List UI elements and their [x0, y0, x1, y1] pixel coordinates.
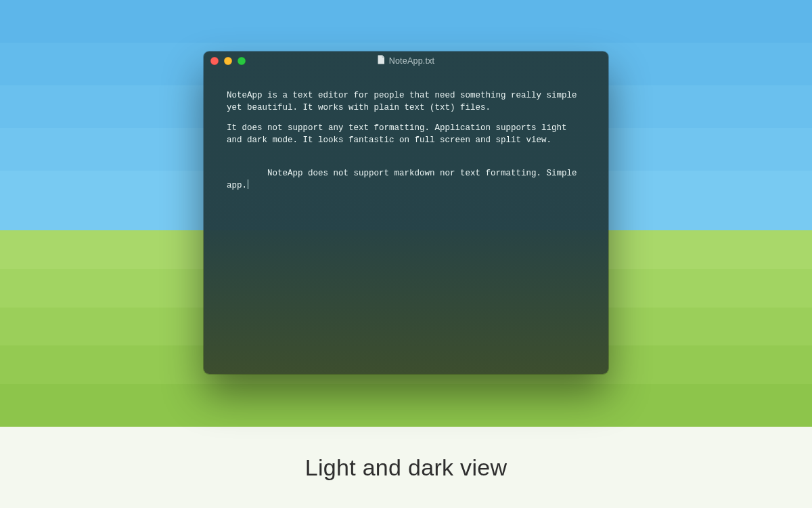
text-cursor [248, 179, 248, 189]
zoom-button[interactable] [238, 57, 246, 65]
caption-text: Light and dark view [305, 454, 508, 481]
text-editor[interactable]: NoteApp is a text editor for people that… [204, 70, 608, 204]
document-icon [378, 55, 385, 67]
filename-label: NoteApp.txt [389, 56, 435, 66]
paragraph[interactable]: NoteApp is a text editor for people that… [227, 89, 585, 114]
editor-window: NoteApp.txt NoteApp is a text editor for… [204, 51, 608, 374]
traffic-lights [210, 57, 246, 65]
titlebar[interactable]: NoteApp.txt [204, 51, 608, 70]
window-title: NoteApp.txt [204, 55, 608, 67]
wallpaper: NoteApp.txt NoteApp is a text editor for… [0, 0, 812, 427]
close-button[interactable] [210, 57, 219, 65]
paragraph-text[interactable]: NoteApp does not support markdown nor te… [227, 169, 582, 190]
minimize-button[interactable] [224, 57, 232, 65]
paragraph[interactable]: NoteApp does not support markdown nor te… [227, 155, 585, 205]
caption-bar: Light and dark view [0, 427, 812, 508]
paragraph[interactable]: It does not support any text formatting.… [227, 122, 585, 146]
